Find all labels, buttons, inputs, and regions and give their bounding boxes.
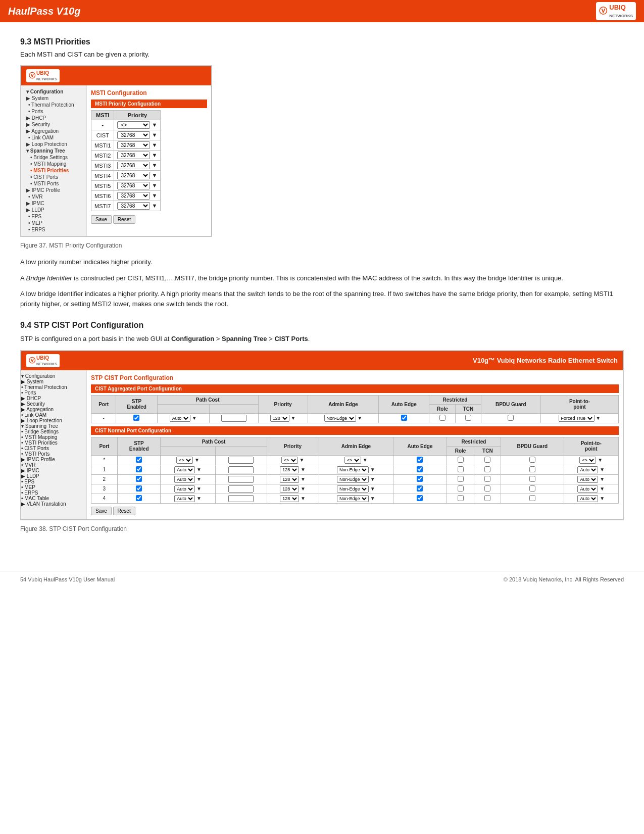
sidebar2-aggregation[interactable]: ▶ Aggregation [21, 407, 86, 412]
norm-wc-autoedge[interactable] [417, 457, 423, 463]
msti2-select[interactable]: 32768 [117, 152, 150, 159]
norm-p1-bpdu-check[interactable] [529, 466, 535, 472]
msti4-select[interactable]: 32768 [117, 172, 150, 179]
norm-p4-bpdu-check[interactable] [529, 495, 535, 501]
norm-p1-ptp-select[interactable]: Auto [577, 466, 598, 473]
agg-ptp-select[interactable]: Forced True [559, 415, 595, 422]
sidebar2-linkoam[interactable]: • Link OAM [21, 412, 86, 418]
sidebar-lldp[interactable]: ▶ LLDP [21, 207, 86, 213]
agg-bpdu-check[interactable] [508, 415, 514, 421]
norm-wc-ptp-select[interactable]: <> [579, 457, 596, 464]
sidebar-aggregation[interactable]: ▶ Aggregation [21, 128, 86, 134]
norm-wc-pc-input[interactable] [228, 457, 254, 464]
sidebar2-eps[interactable]: • EPS [21, 479, 86, 484]
norm-wc-bpdu-check[interactable] [529, 457, 535, 463]
norm-p3-stp-check[interactable] [136, 485, 142, 492]
norm-p1-pri-select[interactable]: 128 [280, 466, 299, 473]
norm-p1-role-check[interactable] [458, 466, 464, 472]
norm-p2-ptp-select[interactable]: Auto [577, 476, 598, 483]
sidebar-msti-mapping[interactable]: • MSTI Mapping [21, 161, 86, 167]
sidebar2-msti-map[interactable]: • MSTI Mapping [21, 434, 86, 440]
norm-p4-pc-select[interactable]: Auto [174, 495, 195, 502]
norm-p3-pc-input[interactable] [228, 485, 254, 493]
msti-wildcard-select[interactable]: <> [117, 121, 150, 129]
sidebar-dhcp[interactable]: ▶ DHCP [21, 115, 86, 121]
sidebar2-spanning[interactable]: ▾ Spanning Tree [21, 423, 86, 429]
norm-p3-tcn-check[interactable] [484, 485, 490, 492]
sidebar2-lldp[interactable]: ▶ LLDP [21, 473, 86, 479]
sidebar2-ipmc2[interactable]: ▶ IPMC [21, 468, 86, 473]
sidebar2-vlan[interactable]: ▶ VLAN Translation [21, 501, 86, 507]
sidebar-mvr[interactable]: • MVR [21, 193, 86, 200]
sidebar2-mvr[interactable]: • MVR [21, 462, 86, 468]
norm-p4-tcn-check[interactable] [484, 495, 490, 501]
sidebar-erps[interactable]: • ERPS [21, 226, 86, 233]
norm-wc-ae-select[interactable]: <> [344, 457, 361, 464]
sidebar2-mep[interactable]: • MEP [21, 484, 86, 490]
agg-tcn-check[interactable] [465, 415, 471, 421]
norm-p2-stp-check[interactable] [136, 476, 142, 482]
msti-cist-select[interactable]: 32768 [117, 131, 150, 139]
norm-p4-role-check[interactable] [458, 495, 464, 501]
norm-p4-ae-select[interactable]: Non-Edge [337, 495, 369, 502]
sidebar-eps[interactable]: • EPS [21, 213, 86, 220]
norm-p2-ae-check[interactable] [417, 476, 423, 482]
norm-wc-tcn-check[interactable] [484, 457, 490, 463]
agg-pc-mode-select[interactable]: Auto [170, 415, 190, 422]
sidebar2-dhcp[interactable]: ▶ DHCP [21, 396, 86, 401]
norm-p1-stp-check[interactable] [136, 466, 142, 472]
norm-p1-pc-input[interactable] [228, 466, 254, 473]
sidebar2-thermal[interactable]: • Thermal Protection [21, 384, 86, 390]
sidebar2-mac[interactable]: • MAC Table [21, 496, 86, 501]
norm-p4-stp-check[interactable] [136, 495, 142, 501]
sidebar-ipmc[interactable]: ▶ IPMC [21, 200, 86, 207]
norm-p2-pri-select[interactable]: 128 [280, 476, 299, 483]
norm-p2-pc-input[interactable] [228, 476, 254, 483]
sidebar-cist-ports[interactable]: • CIST Ports [21, 174, 86, 180]
msti1-select[interactable]: 32768 [117, 141, 150, 149]
msti6-select[interactable]: 32768 [117, 192, 150, 200]
agg-stp-checkbox[interactable] [133, 415, 139, 421]
norm-p2-role-check[interactable] [458, 476, 464, 482]
sidebar-ipmc-profile[interactable]: ▶ IPMC Profile [21, 187, 86, 193]
norm-p3-role-check[interactable] [458, 485, 464, 492]
norm-p4-ae-check[interactable] [417, 495, 423, 501]
sidebar-bridge-settings[interactable]: • Bridge Settings [21, 154, 86, 161]
msti3-select[interactable]: 32768 [117, 162, 150, 169]
sidebar2-msti-pri[interactable]: • MSTI Priorities [21, 440, 86, 446]
norm-p2-ae-select[interactable]: Non-Edge [337, 476, 369, 483]
norm-wc-stp-check[interactable] [136, 457, 142, 463]
norm-p3-ptp-select[interactable]: Auto [577, 485, 598, 493]
norm-wc-role-check[interactable] [458, 457, 464, 463]
sidebar2-erps[interactable]: • ERPS [21, 490, 86, 496]
norm-p3-pri-select[interactable]: 128 [280, 485, 299, 493]
sidebar-ports[interactable]: • Ports [21, 108, 86, 115]
msti-save-button[interactable]: Save [91, 215, 112, 224]
stp-reset-button[interactable]: Reset [113, 507, 135, 515]
sidebar-security[interactable]: ▶ Security [21, 121, 86, 128]
sidebar2-cist-ports[interactable]: • CIST Ports [21, 446, 86, 451]
sidebar2-loopprot[interactable]: ▶ Loop Protection [21, 418, 86, 423]
sidebar2-bridge[interactable]: • Bridge Settings [21, 429, 86, 434]
sidebar-msti-ports[interactable]: • MSTI Ports [21, 180, 86, 187]
norm-p3-ae-select[interactable]: Non-Edge [337, 485, 369, 493]
norm-p3-ae-check[interactable] [417, 485, 423, 492]
norm-p1-ae-select[interactable]: Non-Edge [337, 466, 369, 473]
sidebar2-ports[interactable]: • Ports [21, 390, 86, 396]
msti5-select[interactable]: 32768 [117, 182, 150, 189]
msti-reset-button[interactable]: Reset [113, 215, 135, 224]
msti7-select[interactable]: 32768 [117, 202, 150, 210]
sidebar-config[interactable]: ▾ Configuration [21, 88, 86, 95]
sidebar-loopprot[interactable]: ▶ Loop Protection [21, 141, 86, 148]
norm-p3-bpdu-check[interactable] [529, 485, 535, 492]
norm-p4-pc-input[interactable] [228, 495, 254, 502]
agg-priority-select[interactable]: 128 [270, 415, 289, 422]
sidebar-system[interactable]: ▶ System [21, 95, 86, 102]
sidebar2-ipmc[interactable]: ▶ IPMC Profile [21, 457, 86, 462]
norm-p3-pc-select[interactable]: Auto [174, 485, 195, 493]
agg-autoedge-check[interactable] [401, 415, 407, 421]
sidebar2-system[interactable]: ▶ System [21, 379, 86, 384]
sidebar-linkoam[interactable]: • Link OAM [21, 134, 86, 141]
agg-adminedge-select[interactable]: Non-Edge [324, 415, 356, 422]
agg-role-check[interactable] [439, 415, 445, 421]
